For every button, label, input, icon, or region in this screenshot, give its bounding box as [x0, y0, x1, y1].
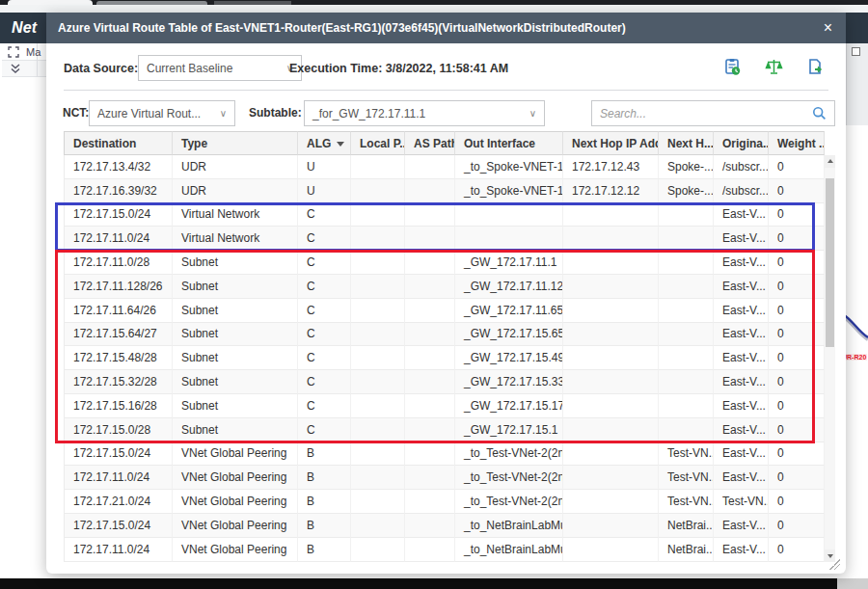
table-cell: 0 [769, 155, 825, 179]
table-cell: C [298, 203, 351, 228]
table-cell: VNet Global Peering [173, 442, 298, 467]
table-cell [405, 346, 455, 370]
table-row[interactable]: 172.17.15.0/28SubnetC_GW_172.17.15.1East… [64, 418, 825, 442]
column-header[interactable]: Origina... [714, 131, 769, 155]
table-cell: /subscr... [714, 179, 769, 203]
table-row[interactable]: 172.17.13.4/32UDRU_to_Spoke-VNET-1(...17… [64, 155, 825, 179]
table-cell [659, 370, 714, 394]
table-row[interactable]: 172.17.15.0/24Virtual NetworkCEast-V...0 [64, 203, 825, 228]
table-cell: B [298, 442, 351, 467]
collapse-double-chevron-icon[interactable] [10, 63, 21, 74]
table-wrap: DestinationTypeALGLocal P...AS Path...Ou… [64, 131, 835, 562]
table-row[interactable]: 172.17.15.0/24VNet Global PeeringB_to_Te… [64, 442, 825, 467]
table-row[interactable]: 172.17.11.128/26SubnetC_GW_172.17.11.129… [64, 275, 825, 299]
table-cell: UDR [173, 155, 298, 179]
benchmark-history-icon[interactable] [723, 58, 742, 76]
vertical-scrollbar[interactable] [825, 155, 835, 562]
table-cell: C [298, 418, 351, 442]
column-header[interactable]: Type [173, 131, 298, 155]
table-cell [405, 155, 455, 179]
column-header[interactable]: Weight ... [769, 131, 825, 155]
table-row[interactable]: 172.17.15.32/28SubnetC_GW_172.17.15.33Ea… [64, 370, 825, 394]
table-row[interactable]: 172.17.15.16/28SubnetC_GW_172.17.15.17Ea… [64, 394, 825, 418]
table-cell [405, 203, 455, 228]
table-cell: VNet Global Peering [173, 538, 298, 562]
table-cell [351, 466, 405, 490]
table-cell: Test-VN... [659, 466, 714, 490]
table-cell: B [298, 466, 351, 490]
table-cell [405, 538, 455, 562]
netbrain-logo: Net [12, 19, 37, 37]
table-cell: Subnet [173, 346, 298, 370]
table-cell [563, 299, 659, 323]
table-cell [405, 299, 455, 323]
maximize-icon[interactable] [852, 47, 860, 56]
data-source-value: Current Baseline [147, 62, 232, 75]
search-icon[interactable] [812, 106, 827, 120]
table-cell: C [298, 275, 351, 299]
resize-handle-icon[interactable] [829, 559, 840, 570]
compare-icon[interactable] [765, 58, 783, 76]
export-icon[interactable] [806, 58, 825, 76]
table-row[interactable]: 172.17.11.0/28SubnetC_GW_172.17.11.1East… [64, 251, 825, 275]
data-source-select[interactable]: Current Baseline ∨ [138, 55, 302, 81]
map-link-line [843, 310, 868, 355]
table-cell: C [298, 370, 351, 394]
table-cell [563, 370, 659, 394]
table-cell: _GW_172.17.15.65 [455, 323, 563, 347]
column-header[interactable]: Destination [64, 131, 173, 155]
column-header[interactable]: Next Hop IP Add... [563, 131, 659, 155]
route-table-body: 172.17.13.4/32UDRU_to_Spoke-VNET-1(...17… [64, 155, 825, 562]
column-header[interactable]: ALG [298, 131, 351, 155]
search-box [591, 100, 835, 126]
table-cell: _GW_172.17.15.1 [455, 418, 563, 442]
table-row[interactable]: 172.17.11.0/24VNet Global PeeringB_to_Te… [64, 466, 825, 490]
table-cell: _to_NetBrainLabMu... [455, 538, 563, 562]
column-header[interactable]: Out Interface [455, 131, 563, 155]
scrollbar-thumb[interactable] [826, 178, 834, 347]
table-cell: 172.17.15.0/24 [64, 203, 173, 228]
table-row[interactable]: 172.17.15.0/24VNet Global PeeringB_to_Ne… [64, 514, 825, 538]
map-tab-label[interactable]: Ma [26, 46, 41, 58]
table-cell: 172.17.15.0/24 [64, 514, 173, 538]
table-cell: _GW_172.17.11.129 [455, 275, 563, 299]
table-cell [351, 203, 405, 228]
table-row[interactable]: 172.17.16.39/32UDRU_to_Spoke-VNET-1(...1… [64, 179, 825, 203]
fullscreen-expand-icon[interactable] [8, 46, 19, 58]
table-row[interactable]: 172.17.11.0/24VNet Global PeeringB_to_Ne… [64, 538, 825, 562]
table-cell: Subnet [173, 275, 298, 299]
table-cell: 0 [769, 466, 825, 490]
table-cell [405, 275, 455, 299]
table-cell [659, 251, 714, 275]
table-row[interactable]: 172.17.11.0/24Virtual NetworkCEast-V...0 [64, 227, 825, 251]
table-cell [351, 442, 405, 467]
table-cell: C [298, 346, 351, 370]
column-header[interactable]: Next H... [659, 131, 714, 155]
close-icon[interactable]: × [822, 20, 834, 36]
table-cell: _to_Spoke-VNET-1(... [455, 155, 563, 179]
table-cell: Subnet [173, 418, 298, 442]
table-cell: C [298, 227, 351, 251]
table-row[interactable]: 172.17.21.0/24VNet Global PeeringB_to_Te… [64, 490, 825, 514]
table-row[interactable]: 172.17.11.64/26SubnetC_GW_172.17.11.65Ea… [64, 299, 825, 323]
screen: Net Ma UR-R20 Azure Virtual Route Table … [0, 0, 868, 589]
table-cell: East-V... [714, 203, 769, 228]
search-input[interactable] [600, 107, 812, 120]
table-cell: 0 [769, 203, 825, 228]
table-cell: _GW_172.17.15.17 [455, 394, 563, 418]
scroll-up-arrow[interactable] [825, 155, 835, 168]
table-cell: VNet Global Peering [173, 514, 298, 538]
table-cell: VNet Global Peering [173, 466, 298, 490]
table-cell: 172.17.15.0/24 [64, 442, 173, 467]
column-header[interactable]: AS Path... [405, 131, 455, 155]
table-cell: 172.17.11.128/26 [64, 275, 173, 299]
table-cell: 0 [769, 323, 825, 347]
table-row[interactable]: 172.17.15.48/28SubnetC_GW_172.17.15.49Ea… [64, 346, 825, 370]
table-cell [351, 251, 405, 275]
table-row[interactable]: 172.17.15.64/27SubnetC_GW_172.17.15.65Ea… [64, 323, 825, 347]
subtable-select[interactable]: _for_GW_172.17.11.1 ∨ [304, 100, 545, 126]
nct-select[interactable]: Azure Virtual Rout... ∨ [89, 100, 235, 126]
column-header[interactable]: Local P... [351, 131, 405, 155]
table-cell: East-V... [714, 299, 769, 323]
filter-caret-icon[interactable] [337, 142, 344, 147]
